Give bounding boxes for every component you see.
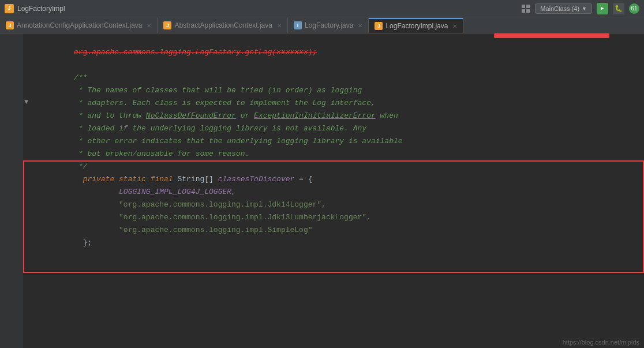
- java-icon: J: [163, 21, 171, 29]
- app-icon: J: [5, 4, 14, 13]
- counter-badge: 61: [629, 3, 639, 14]
- run-config-label: MainClass (4): [540, 5, 579, 12]
- tabs-bar: J AnnotationConfigApplicationContext.jav…: [0, 17, 644, 33]
- code-area: ▼ org.apache.commons.logging.LogFactory.…: [0, 33, 644, 348]
- line-gutter: [0, 33, 23, 348]
- title-bar-left: J LogFactoryImpl: [5, 4, 65, 13]
- line-number: [16, 46, 20, 59]
- line-number: [16, 72, 20, 84]
- tab-label: AbstractApplicationContext.java: [174, 21, 272, 29]
- tab-logfactory[interactable]: I LogFactory.java ✕: [288, 18, 369, 33]
- debug-button[interactable]: 🐛: [613, 3, 624, 14]
- tab-abstract[interactable]: J AbstractApplicationContext.java ✕: [158, 18, 287, 33]
- line-number: [16, 211, 20, 224]
- chevron-down-icon: ▼: [582, 6, 587, 12]
- code-line-comment1: * The names of classes that will be trie…: [29, 72, 644, 84]
- line-number: [16, 186, 20, 199]
- close-icon[interactable]: ✕: [452, 23, 457, 29]
- line-number: [16, 110, 20, 122]
- close-icon[interactable]: ✕: [358, 23, 362, 29]
- line-number: [16, 148, 20, 160]
- title-bar-right: MainClass (4) ▼ 🐛 61: [521, 3, 639, 14]
- svg-rect-3: [526, 9, 530, 13]
- java-icon: J: [375, 22, 383, 30]
- watermark: https://blog.csdn.net/mlplds: [563, 339, 639, 346]
- grid-icon: [521, 4, 530, 13]
- code-line-declaration: private static final String[] classesToD…: [29, 160, 644, 173]
- tab-label: AnnotationConfigApplicationContext.java: [17, 21, 142, 29]
- fold-arrow[interactable]: ▼: [24, 98, 28, 106]
- highlighted-section: private static final String[] classesToD…: [29, 160, 644, 262]
- line-number: [16, 135, 20, 148]
- svg-rect-0: [522, 5, 525, 8]
- tab-label: LogFactory.java: [305, 21, 354, 29]
- run-button[interactable]: [597, 3, 608, 14]
- line-number: [16, 160, 20, 173]
- tab-label: LogFactoryImpl.java: [385, 22, 448, 30]
- code-line: /**: [29, 59, 644, 72]
- line-number: [16, 84, 20, 97]
- line-number: [16, 122, 20, 135]
- line-number: [16, 173, 20, 186]
- code-content[interactable]: org.apache.commons.logging.LogFactory.ge…: [23, 33, 644, 348]
- strikethrough-annotation: [494, 33, 609, 38]
- title-bar: J LogFactoryImpl MainClass (4) ▼ 🐛 61: [0, 0, 644, 17]
- tab-annotation[interactable]: J AnnotationConfigApplicationContext.jav…: [0, 18, 158, 33]
- code-line-blank: [29, 237, 644, 249]
- svg-rect-2: [522, 9, 525, 13]
- close-icon[interactable]: ✕: [147, 23, 151, 29]
- line-number: [16, 33, 20, 46]
- tab-logfactoryimpl[interactable]: J LogFactoryImpl.java ✕: [369, 18, 463, 33]
- line-number: [16, 97, 20, 110]
- run-config[interactable]: MainClass (4) ▼: [535, 3, 592, 14]
- line-number: [16, 199, 20, 211]
- code-line-blank: [29, 249, 644, 262]
- close-icon[interactable]: ✕: [277, 23, 282, 29]
- line-number: [16, 59, 20, 72]
- file-title: LogFactoryImpl: [17, 5, 65, 13]
- interface-icon: I: [294, 21, 302, 29]
- svg-rect-1: [526, 5, 530, 8]
- java-icon: J: [6, 21, 14, 29]
